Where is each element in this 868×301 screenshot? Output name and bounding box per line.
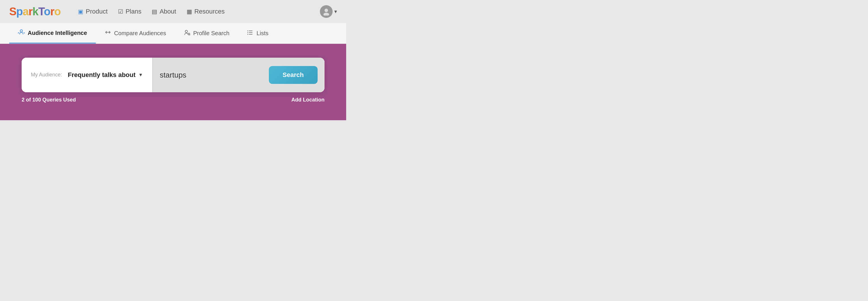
my-audience-label: My Audience:	[31, 71, 62, 78]
queries-used-label: 2 of 100 Queries Used	[22, 97, 76, 103]
logo-letter-k: k	[33, 5, 38, 18]
secondary-nav-profile-search-label: Profile Search	[193, 30, 229, 37]
secondary-nav-lists[interactable]: Lists	[238, 23, 277, 43]
nav-plans-label: Plans	[125, 8, 141, 15]
audience-intelligence-icon	[18, 29, 25, 37]
nav-item-resources[interactable]: ▦ Resources	[187, 8, 225, 15]
logo-letter-o2: o	[54, 5, 61, 18]
logo-letter-a: a	[23, 5, 29, 18]
nav-resources-label: Resources	[194, 8, 225, 15]
about-icon: ▤	[152, 8, 157, 15]
nav-item-plans[interactable]: ☑ Plans	[118, 8, 141, 15]
profile-search-icon	[183, 29, 190, 38]
audience-type-label: Frequently talks about	[68, 71, 135, 79]
logo-letter-o1: o	[44, 5, 50, 18]
svg-point-2	[20, 30, 23, 32]
logo-letter-r: r	[29, 5, 33, 18]
logo-letter-r2: r	[50, 5, 54, 18]
svg-point-5	[188, 33, 190, 35]
dropdown-arrow-icon: ▼	[138, 72, 143, 77]
svg-point-12	[248, 34, 248, 35]
secondary-nav-lists-label: Lists	[256, 30, 268, 37]
compare-audiences-icon	[104, 29, 111, 38]
secondary-nav-compare-audiences-label: Compare Audiences	[114, 30, 166, 37]
nav-right: ▾	[320, 5, 337, 18]
avatar	[320, 5, 333, 18]
search-right: Search	[153, 58, 324, 92]
hero-bottom: 2 of 100 Queries Used Add Location	[22, 97, 324, 103]
svg-line-6	[189, 35, 190, 35]
svg-point-1	[323, 13, 329, 15]
secondary-nav-profile-search[interactable]: Profile Search	[175, 23, 238, 43]
search-button[interactable]: Search	[269, 66, 318, 84]
secondary-nav-audience-intelligence-label: Audience Intelligence	[28, 30, 87, 36]
chevron-down-icon: ▾	[334, 8, 337, 15]
search-button-label: Search	[283, 71, 304, 78]
search-card: My Audience: Frequently talks about ▼ Se…	[22, 58, 324, 92]
svg-point-11	[248, 32, 248, 33]
svg-point-10	[248, 30, 248, 31]
nav-links: ▣ Product ☑ Plans ▤ About ▦ Resources	[78, 8, 308, 15]
resources-icon: ▦	[187, 8, 192, 15]
logo-letter-T: T	[38, 5, 44, 18]
secondary-nav: Audience Intelligence Compare Audiences …	[0, 23, 346, 44]
plans-icon: ☑	[118, 8, 123, 15]
search-left: My Audience: Frequently talks about ▼	[22, 58, 152, 92]
hero-section: My Audience: Frequently talks about ▼ Se…	[0, 44, 346, 120]
product-icon: ▣	[78, 8, 83, 15]
secondary-nav-compare-audiences[interactable]: Compare Audiences	[96, 23, 175, 43]
top-nav: SparkToro ▣ Product ☑ Plans ▤ About ▦ Re…	[0, 0, 346, 23]
lists-icon	[247, 29, 254, 38]
add-location-button[interactable]: Add Location	[291, 97, 324, 103]
logo-letter-p: p	[16, 5, 23, 18]
nav-item-product[interactable]: ▣ Product	[78, 8, 107, 15]
secondary-nav-audience-intelligence[interactable]: Audience Intelligence	[9, 23, 96, 43]
nav-item-about[interactable]: ▤ About	[152, 8, 176, 15]
nav-product-label: Product	[86, 8, 107, 15]
svg-point-4	[185, 30, 187, 33]
logo[interactable]: SparkToro	[9, 5, 61, 18]
audience-type-dropdown[interactable]: Frequently talks about ▼	[68, 71, 143, 79]
user-menu-button[interactable]: ▾	[320, 5, 337, 18]
nav-about-label: About	[159, 8, 176, 15]
svg-point-0	[324, 9, 328, 12]
logo-letter-s: S	[9, 5, 16, 18]
search-input[interactable]	[160, 71, 264, 79]
